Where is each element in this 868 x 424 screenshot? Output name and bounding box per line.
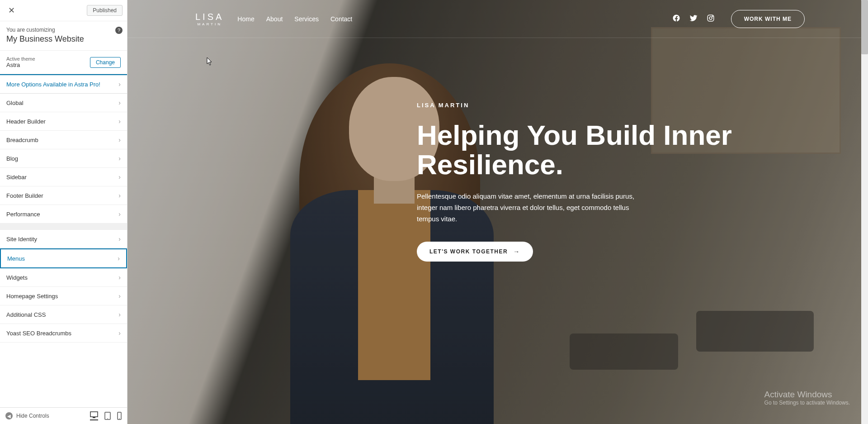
social-icons xyxy=(672,14,715,24)
chevron-right-icon: › xyxy=(118,81,121,88)
panel-label: Additional CSS xyxy=(6,311,46,318)
hide-controls-label: Hide Controls xyxy=(16,413,49,419)
chevron-right-icon: › xyxy=(118,255,120,262)
active-theme-block: Active theme Astra Change xyxy=(0,51,127,74)
customizing-label: You are customizing xyxy=(6,27,121,33)
panel-list: More Options Available in Astra Pro! › G… xyxy=(0,74,127,407)
panel-yoast-seo-breadcrumbs[interactable]: Yoast SEO Breadcrumbs› xyxy=(0,324,127,343)
close-icon: ✕ xyxy=(8,6,15,15)
panel-label: Breadcrumb xyxy=(6,137,38,143)
customizing-header: You are customizing My Business Website … xyxy=(0,21,127,51)
panel-label: More Options Available in Astra Pro! xyxy=(6,81,100,88)
panel-spacer xyxy=(0,224,127,230)
chevron-right-icon: › xyxy=(118,329,121,337)
site-header: LISA MARTIN HomeAboutServicesContact xyxy=(127,0,868,38)
panel-additional-css[interactable]: Additional CSS› xyxy=(0,305,127,324)
panel-label: Blog xyxy=(6,155,18,162)
panel-label: Header Builder xyxy=(6,118,46,125)
instagram-icon[interactable] xyxy=(707,14,715,24)
svg-point-3 xyxy=(107,418,108,419)
panel-site-identity[interactable]: Site Identity› xyxy=(0,230,127,248)
panel-label: Footer Builder xyxy=(6,192,43,199)
chevron-right-icon: › xyxy=(118,173,121,181)
svg-rect-0 xyxy=(90,412,98,417)
chevron-right-icon: › xyxy=(118,99,121,106)
active-theme-label: Active theme xyxy=(6,56,35,62)
panel-label: Sidebar xyxy=(6,174,27,181)
chevron-right-icon: › xyxy=(118,155,121,162)
primary-nav: HomeAboutServicesContact xyxy=(237,15,352,23)
panel-blog[interactable]: Blog› xyxy=(0,149,127,168)
panel-label: Performance xyxy=(6,211,40,218)
customizer-sidebar: ✕ Published You are customizing My Busin… xyxy=(0,0,127,424)
chevron-right-icon: › xyxy=(118,311,121,318)
chevron-right-icon: › xyxy=(118,136,121,143)
svg-rect-1 xyxy=(93,417,95,418)
panel-label: Homepage Settings xyxy=(6,293,58,300)
hero-content: LISA MARTIN Helping You Build Inner Resi… xyxy=(417,102,778,262)
mobile-preview-icon[interactable] xyxy=(117,411,122,420)
nav-item-about[interactable]: About xyxy=(266,15,283,23)
chevron-right-icon: › xyxy=(118,235,121,243)
panel-astra-pro-promo[interactable]: More Options Available in Astra Pro! › xyxy=(0,74,127,94)
panel-widgets[interactable]: Widgets› xyxy=(0,268,127,287)
hide-controls-button[interactable]: ◀ Hide Controls xyxy=(5,412,49,419)
hero-eyebrow: LISA MARTIN xyxy=(417,102,778,109)
publish-status-button[interactable]: Published xyxy=(87,5,123,16)
panel-sidebar[interactable]: Sidebar› xyxy=(0,168,127,186)
panel-footer-builder[interactable]: Footer Builder› xyxy=(0,186,127,205)
arrow-right-icon: → xyxy=(513,248,520,255)
chevron-right-icon: › xyxy=(118,192,121,199)
hero-description: Pellentesque odio aliquam vitae amet, el… xyxy=(417,191,652,224)
svg-point-5 xyxy=(119,418,120,419)
panel-label: Site Identity xyxy=(6,236,37,243)
chevron-right-icon: › xyxy=(118,292,121,300)
close-customizer-button[interactable]: ✕ xyxy=(5,4,19,17)
panel-homepage-settings[interactable]: Homepage Settings› xyxy=(0,287,127,305)
logo-sub-text: MARTIN xyxy=(197,22,222,26)
nav-item-contact[interactable]: Contact xyxy=(330,15,352,23)
twitter-icon[interactable] xyxy=(689,14,698,24)
svg-point-8 xyxy=(712,16,713,17)
chevron-right-icon: › xyxy=(118,210,121,218)
work-with-me-button[interactable]: WORK WITH ME xyxy=(731,10,805,28)
panel-performance[interactable]: Performance› xyxy=(0,205,127,224)
panel-breadcrumb[interactable]: Breadcrumb› xyxy=(0,131,127,149)
facebook-icon[interactable] xyxy=(672,14,680,24)
change-theme-button[interactable]: Change xyxy=(90,57,121,68)
svg-point-7 xyxy=(709,17,712,19)
chevron-right-icon: › xyxy=(118,118,121,125)
panel-label: Yoast SEO Breadcrumbs xyxy=(6,330,71,337)
site-name: My Business Website xyxy=(6,34,121,44)
desktop-preview-icon[interactable] xyxy=(90,411,98,420)
help-icon[interactable]: ? xyxy=(115,27,123,34)
panel-menus[interactable]: Menus› xyxy=(0,248,127,268)
panel-header-builder[interactable]: Header Builder› xyxy=(0,112,127,131)
chevron-right-icon: › xyxy=(118,274,121,281)
hero-cta-button[interactable]: LET'S WORK TOGETHER → xyxy=(417,242,533,262)
site-preview: LISA MARTIN HomeAboutServicesContact xyxy=(127,0,868,424)
active-theme-name: Astra xyxy=(6,62,35,68)
tablet-preview-icon[interactable] xyxy=(104,411,111,420)
hero-headline: Helping You Build Inner Resilience. xyxy=(417,120,778,179)
hero-cta-label: LET'S WORK TOGETHER xyxy=(429,248,508,255)
sidebar-footer: ◀ Hide Controls xyxy=(0,407,127,424)
logo-main-text: LISA xyxy=(195,12,224,22)
panel-global[interactable]: Global› xyxy=(0,94,127,112)
site-logo[interactable]: LISA MARTIN xyxy=(195,12,224,26)
panel-label: Global xyxy=(6,100,24,106)
scrollbar-thumb[interactable] xyxy=(861,0,868,54)
sidebar-top-bar: ✕ Published xyxy=(0,0,127,21)
panel-label: Widgets xyxy=(6,274,28,281)
preview-scrollbar[interactable] xyxy=(861,0,868,424)
nav-item-home[interactable]: Home xyxy=(237,15,254,23)
nav-item-services[interactable]: Services xyxy=(294,15,319,23)
device-preview-toggles xyxy=(90,411,122,420)
panel-label: Menus xyxy=(7,255,25,262)
collapse-icon: ◀ xyxy=(5,412,13,419)
